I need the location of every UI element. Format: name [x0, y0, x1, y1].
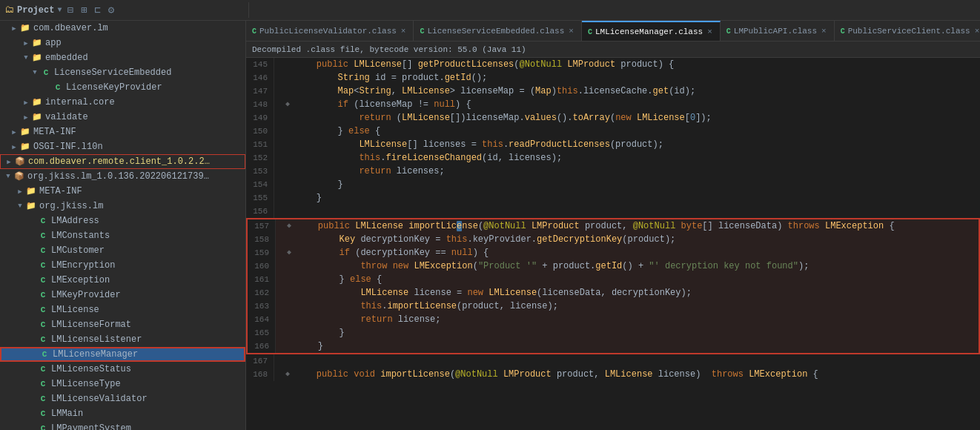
hide-icon[interactable]: ⊏	[92, 2, 102, 18]
line-content: public void importLicense(@NotNull LMPro…	[295, 368, 980, 381]
tree-arrow: ▼	[30, 69, 40, 76]
collapse-all-icon[interactable]: ⊟	[64, 2, 75, 18]
line-gutter: ◆	[280, 98, 295, 111]
class-icon: C	[37, 289, 49, 301]
tree-item-LMLicenseFormat[interactable]: C LMLicenseFormat	[0, 317, 245, 332]
code-line-145: 145 public LMLicense[] getProductLicense…	[246, 58, 980, 71]
tree-item-LMMain[interactable]: C LMMain	[0, 406, 245, 421]
tree-item-LMCustomer[interactable]: C LMCustomer	[0, 243, 245, 258]
line-content: this.fireLicenseChanged(id, licenses);	[295, 151, 980, 165]
tree-item-validate[interactable]: ▶ 📁 validate	[0, 110, 245, 125]
tree-label: org.jkiss.lm	[39, 201, 103, 211]
folder-icon: 📁	[19, 22, 31, 34]
line-content: } else {	[295, 125, 980, 138]
settings-icon[interactable]: ⚙	[106, 2, 116, 18]
code-line-151: 151 LMLicense[] licenses = this.readProd…	[246, 138, 980, 151]
tree-item-org-jkiss-jar[interactable]: ▼ 📦 org.jkiss.lm_1.0.136.202206121739.ja…	[0, 169, 245, 184]
tree-label: LMLicenseValidator	[51, 394, 148, 404]
tree-item-LicenseServiceEmbedded[interactable]: ▼ C LicenseServiceEmbedded	[0, 65, 245, 80]
tree-label: LicenseKeyProvider	[66, 82, 162, 93]
code-line-150: 150 } else {	[246, 125, 980, 138]
project-dropdown-arrow[interactable]: ▼	[57, 6, 62, 14]
tree-item-osgi[interactable]: ▶ 📁 OSGI-INF.l10n	[0, 139, 245, 154]
tab-label: PublicLicenseValidator.class	[259, 27, 397, 36]
line-content: public LMLicense[] getProductLicenses(@N…	[295, 58, 980, 71]
tree-item-LMKeyProvider[interactable]: C LMKeyProvider	[0, 288, 245, 302]
tree-item-LMEncryption[interactable]: C LMEncryption	[0, 258, 245, 273]
tab-close-button[interactable]: ×	[706, 27, 714, 36]
line-gutter: ◆	[282, 246, 297, 259]
tab-icon: C	[252, 27, 256, 36]
tree-item-LMConstants[interactable]: C LMConstants	[0, 228, 245, 243]
tree-item-LMLicenseStatus[interactable]: C LMLicenseStatus	[0, 362, 245, 377]
tab-PublicLicenseValidator[interactable]: C PublicLicenseValidator.class ×	[246, 21, 414, 42]
code-editor[interactable]: 145 public LMLicense[] getProductLicense…	[246, 58, 980, 430]
tree-label: LMAddress	[51, 216, 99, 226]
tree-item-LMLicenseManager[interactable]: C LMLicenseManager	[0, 347, 245, 362]
tree-item-LMLicenseType[interactable]: C LMLicenseType	[0, 377, 245, 391]
folder-icon: 📁	[25, 185, 37, 197]
tabs-bar: C PublicLicenseValidator.class × C Licen…	[246, 21, 980, 42]
tree-item-LMPaymentSystem[interactable]: C LMPaymentSystem	[0, 421, 245, 430]
line-content: LMLicense license = new LMLicense(licens…	[297, 286, 979, 300]
line-number: 146	[246, 71, 274, 85]
folder-icon: 📁	[25, 200, 37, 212]
jar-icon: 📦	[13, 171, 25, 182]
tab-close-button[interactable]: ×	[400, 27, 408, 36]
class-icon: C	[37, 408, 49, 420]
line-content: String id = product.getId();	[295, 71, 980, 85]
class-icon: C	[37, 215, 49, 227]
code-line-162: 162 LMLicense license = new LMLicense(li…	[248, 286, 979, 300]
tree-label: LMLicenseFormat	[51, 320, 131, 330]
tab-icon: C	[841, 27, 845, 36]
tree-item-com-dbeaver-lm[interactable]: ▶ 📁 com.dbeaver.lm	[0, 21, 245, 36]
tree-label: LMPaymentSystem	[51, 423, 131, 430]
tree-arrow: ▶	[21, 99, 31, 107]
tree-label: LMLicenseListener	[51, 334, 142, 345]
decompile-info-bar: Decompiled .class file, bytecode version…	[246, 42, 980, 58]
tree-item-meta-inf-1[interactable]: ▶ 📁 META-INF	[0, 125, 245, 139]
tree-item-LMLicenseListener[interactable]: C LMLicenseListener	[0, 332, 245, 347]
tab-LicenseServiceEmbedded[interactable]: C LicenseServiceEmbedded.class ×	[414, 21, 581, 42]
tree-item-LMAddress[interactable]: C LMAddress	[0, 214, 245, 228]
line-gutter: ◆	[282, 219, 297, 233]
line-number: 158	[248, 233, 276, 246]
tree-item-internal-core[interactable]: ▶ 📁 internal.core	[0, 95, 245, 110]
tab-LMPublicAPI[interactable]: C LMPublicAPI.class ×	[721, 21, 835, 42]
tree-arrow: ▼	[21, 54, 31, 62]
code-line-167: 167	[246, 354, 980, 368]
tree-item-embedded[interactable]: ▼ 📁 embedded	[0, 50, 245, 65]
folder-icon: 📁	[31, 52, 43, 64]
tab-close-button[interactable]: ×	[973, 27, 980, 36]
tree-item-app[interactable]: ▶ 📁 app	[0, 36, 245, 50]
line-number: 167	[246, 354, 274, 368]
code-line-147: 147 Map<String, LMLicense> licenseMap = …	[246, 85, 980, 98]
line-content: return (LMLicense[])licenseMap.values().…	[295, 111, 980, 125]
tree-item-com-dbeaver-remote-jar[interactable]: ▶ 📦 com.dbeaver.remote.client_1.0.2.2022…	[0, 154, 245, 169]
project-toolbar-icons: ⊟ ⊞ ⊏ ⚙	[64, 2, 116, 18]
tab-close-button[interactable]: ×	[820, 27, 828, 36]
line-number: 159	[248, 246, 276, 259]
class-icon: C	[40, 67, 52, 79]
tree-item-meta-inf-2[interactable]: ▶ 📁 META-INF	[0, 184, 245, 199]
line-content: }	[297, 340, 979, 353]
tree-item-LicenseKeyProvider[interactable]: C LicenseKeyProvider	[0, 80, 245, 95]
code-line-157: 157 ◆ public LMLicense importLicense(@No…	[248, 219, 979, 233]
tab-PublicServiceClient[interactable]: C PublicServiceClient.class ×	[835, 21, 980, 42]
tree-label: LMEncryption	[51, 260, 115, 271]
tree-label: LMMain	[51, 408, 83, 419]
tab-icon: C	[588, 28, 592, 36]
line-number: 168	[246, 368, 274, 381]
tab-close-button[interactable]: ×	[567, 27, 575, 36]
tree-item-org-jkiss-lm[interactable]: ▼ 📁 org.jkiss.lm	[0, 199, 245, 214]
code-line-155: 155 }	[246, 191, 980, 205]
tree-label: LicenseServiceEmbedded	[54, 67, 171, 78]
tab-LMLicenseManager[interactable]: C LMLicenseManager.class ×	[582, 21, 721, 42]
class-icon: C	[37, 378, 49, 390]
expand-all-icon[interactable]: ⊞	[79, 2, 89, 18]
tree-arrow: ▼	[3, 173, 13, 180]
tree-item-LMLicense[interactable]: C LMLicense	[0, 302, 245, 317]
tree-item-LMLicenseValidator[interactable]: C LMLicenseValidator	[0, 391, 245, 406]
tree-item-LMException[interactable]: C LMException	[0, 273, 245, 288]
code-line-164: 164 return license;	[248, 313, 979, 326]
